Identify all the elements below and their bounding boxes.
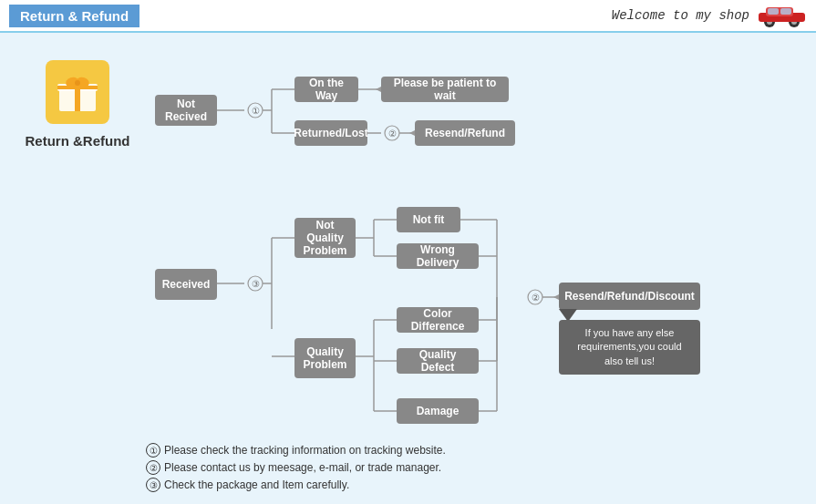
left-label: Return &Refund — [26, 133, 130, 149]
svg-point-25 — [385, 126, 399, 140]
node-on-the-way: On the Way — [294, 77, 358, 102]
svg-rect-6 — [768, 8, 779, 15]
note-3: ③ Check the package and Item carefully. — [146, 478, 816, 492]
svg-rect-11 — [57, 86, 98, 89]
node-please-patient: Please be patient to wait — [381, 77, 509, 102]
header-welcome: Welcome to my shop — [612, 8, 749, 23]
node-resend-refund-top: Resend/Refund — [415, 120, 515, 146]
svg-point-29 — [248, 276, 263, 291]
svg-text:①: ① — [252, 106, 260, 116]
svg-text:②: ② — [388, 129, 397, 139]
note-3-num: ③ — [146, 478, 160, 492]
node-quality-defect: Quality Defect — [397, 348, 479, 374]
header: Return & Refund Welcome to my shop — [0, 0, 816, 33]
node-not-fit: Not fit — [397, 207, 460, 232]
node-color-difference: Color Difference — [397, 307, 479, 333]
notes-section: ① Please check the tracking information … — [137, 443, 816, 495]
note-3-text: Check the package and Item carefully. — [164, 478, 349, 491]
node-not-received: Not Recived — [155, 95, 217, 126]
note-1-text: Please check the tracking information on… — [164, 444, 446, 457]
node-resend-refund-discount: Resend/Refund/Discount — [559, 283, 700, 310]
gift-icon — [46, 60, 109, 124]
diagram-lines: ① ② ③ — [137, 42, 816, 504]
node-wrong-delivery: Wrong Delivery — [397, 243, 479, 269]
node-damage: Damage — [397, 398, 479, 424]
note-1: ① Please check the tracking information … — [146, 443, 816, 458]
car-decoration — [757, 4, 807, 27]
node-received: Received — [155, 269, 217, 300]
svg-text:③: ③ — [252, 279, 260, 289]
note-1-num: ① — [146, 443, 160, 458]
svg-rect-7 — [780, 8, 791, 15]
header-title: Return & Refund — [9, 5, 139, 27]
node-if-any-else: If you have any else requirements,you co… — [559, 320, 700, 375]
diagram: ① ② ③ — [137, 42, 816, 504]
note-2-num: ② — [146, 460, 160, 475]
main-content: Return &Refund ① ② — [0, 33, 816, 504]
svg-point-16 — [248, 103, 263, 118]
svg-point-44 — [528, 290, 542, 304]
note-2: ② Please contact us by meesage, e-mail, … — [146, 460, 816, 475]
note-2-text: Please contact us by meesage, e-mail, or… — [164, 461, 441, 474]
node-quality-problem: Quality Problem — [294, 338, 356, 378]
node-not-quality: Not Quality Problem — [294, 218, 356, 258]
svg-point-14 — [75, 80, 80, 86]
node-returned-lost: Returned/Lost — [294, 120, 367, 146]
left-panel: Return &Refund — [18, 42, 137, 504]
svg-text:②: ② — [532, 293, 540, 303]
